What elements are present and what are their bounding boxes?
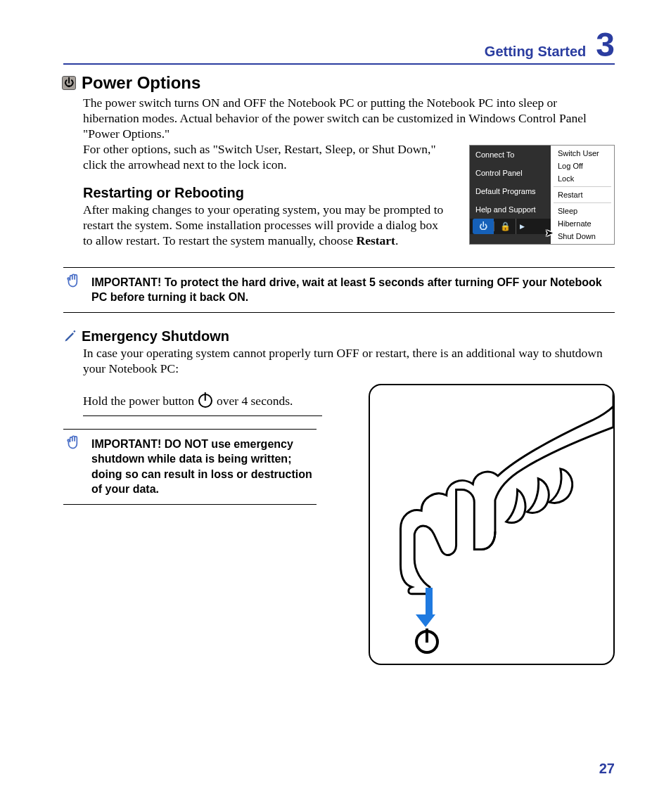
chapter-number: 3 xyxy=(596,28,615,62)
hand-stop-icon xyxy=(65,434,83,452)
power-toolbar: ⏻ 🔒 ▶ ➤ xyxy=(470,219,551,234)
start-menu-left-panel: Connect To Control Panel Default Program… xyxy=(470,146,551,244)
menu-separator xyxy=(554,186,611,187)
page-header: Getting Started 3 xyxy=(63,28,615,65)
text: . xyxy=(395,233,398,247)
menu-item-restart: Restart xyxy=(551,188,614,201)
pencil-icon xyxy=(63,329,77,343)
power-icon: ⏻ xyxy=(62,76,76,90)
paragraph-other-options: For other options, such as "Switch User,… xyxy=(83,142,449,173)
paragraph-intro: The power switch turns ON and OFF the No… xyxy=(83,96,615,142)
cursor-icon: ➤ xyxy=(545,227,554,238)
menu-item-default-programs: Default Programs xyxy=(470,182,551,200)
start-menu-right-panel: Switch User Log Off Lock Restart Sleep H… xyxy=(551,146,614,244)
hold-power-instruction: Hold the power button over 4 seconds. xyxy=(83,394,354,408)
menu-separator xyxy=(554,202,611,203)
important-note-1: IMPORTANT! To protect the hard drive, wa… xyxy=(63,267,615,313)
heading-emergency-shutdown: Emergency Shutdown xyxy=(82,328,229,344)
text: Hold the power button xyxy=(83,394,194,408)
emergency-left-column: Hold the power button over 4 seconds. IM… xyxy=(63,381,354,665)
text: over 4 seconds. xyxy=(217,394,293,408)
menu-item-sleep: Sleep xyxy=(551,205,614,217)
paragraph-emergency: In case your operating system cannot pro… xyxy=(83,346,615,377)
power-symbol-icon xyxy=(415,630,439,654)
menu-item-connect-to: Connect To xyxy=(470,146,551,164)
heading-row: ⏻ Power Options xyxy=(62,73,615,93)
hand-press-illustration xyxy=(369,384,615,665)
page-number: 27 xyxy=(599,761,615,777)
hand-stop-icon xyxy=(65,272,83,290)
menu-item-switch-user: Switch User xyxy=(551,147,614,160)
hand-outline-icon xyxy=(370,385,613,664)
arrow-icon: ▶ xyxy=(516,219,528,234)
important-text: IMPORTANT! To protect the hard drive, wa… xyxy=(91,276,602,304)
menu-item-lock: Lock xyxy=(551,172,614,185)
menu-item-log-off: Log Off xyxy=(551,160,614,172)
menu-item-control-panel: Control Panel xyxy=(470,164,551,182)
emergency-section: Hold the power button over 4 seconds. IM… xyxy=(63,381,615,665)
heading-row-emergency: Emergency Shutdown xyxy=(63,328,615,344)
lock-icon: 🔒 xyxy=(494,219,516,234)
divider xyxy=(83,415,322,416)
power-button-icon: ⏻ xyxy=(473,219,494,234)
important-text: IMPORTANT! DO NOT use emergency shutdown… xyxy=(91,438,312,496)
start-menu-screenshot: Connect To Control Panel Default Program… xyxy=(469,145,615,245)
menu-item-hibernate: Hibernate xyxy=(551,217,614,230)
text-restart-bold: Restart xyxy=(357,233,395,247)
power-symbol-icon xyxy=(198,394,212,408)
section-title: Getting Started xyxy=(485,44,586,60)
arrow-down-icon xyxy=(422,588,435,627)
menu-item-help-support: Help and Support xyxy=(470,200,551,219)
heading-power-options: Power Options xyxy=(82,73,200,93)
menu-item-shut-down: Shut Down xyxy=(551,230,614,243)
important-note-2: IMPORTANT! DO NOT use emergency shutdown… xyxy=(63,429,317,505)
paragraph-restarting: After making changes to your operating s… xyxy=(83,202,449,249)
